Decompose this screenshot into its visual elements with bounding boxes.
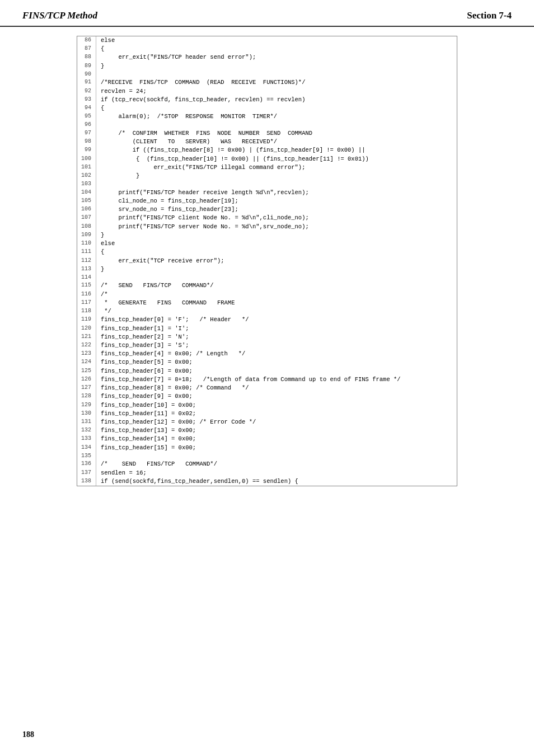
table-row: 121fins_tcp_header[2] = 'N';: [77, 333, 457, 341]
line-number: 114: [77, 274, 96, 282]
table-row: 123fins_tcp_header[4] = 0x00; /* Length …: [77, 350, 457, 358]
table-row: 90: [77, 71, 457, 79]
table-row: 87{: [77, 45, 457, 53]
line-number: 118: [77, 307, 96, 316]
line-number: 92: [77, 87, 96, 96]
table-row: 100 { (fins_tcp_header[10] != 0x00) || (…: [77, 155, 457, 163]
table-row: 98 (CLIENT TO SERVER) WAS RECEIVED*/: [77, 138, 457, 146]
line-code: /* SEND FINS/TCP COMMAND*/: [96, 281, 214, 290]
line-code: fins_tcp_header[9] = 0x00;: [96, 392, 193, 401]
table-row: 120fins_tcp_header[1] = 'I';: [77, 325, 457, 333]
table-row: 88 err_exit("FINS/TCP header send error"…: [77, 53, 457, 62]
header-section: Section 7-4: [467, 10, 512, 21]
table-row: 117 * GENERATE FINS COMMAND FRAME: [77, 299, 457, 307]
line-number: 113: [77, 265, 96, 274]
header-title: FINS/TCP Method: [22, 10, 97, 21]
line-code: }: [96, 172, 139, 180]
table-row: 93if (tcp_recv(sockfd, fins_tcp_header, …: [77, 96, 457, 104]
line-number: 91: [77, 78, 96, 87]
table-row: 102 }: [77, 172, 457, 180]
line-number: 106: [77, 205, 96, 214]
code-block: 86else87{88 err_exit("FINS/TCP header se…: [77, 36, 457, 486]
line-number: 111: [77, 248, 96, 256]
line-code: err_exit("FINS/TCP header send error");: [96, 53, 256, 62]
line-code: fins_tcp_header[13] = 0x00;: [96, 426, 196, 435]
line-number: 127: [77, 384, 96, 392]
line-number: 86: [77, 36, 96, 45]
line-code: */: [96, 307, 111, 316]
line-code: fins_tcp_header[10] = 0x00;: [96, 401, 196, 410]
table-row: 122fins_tcp_header[3] = 'S';: [77, 341, 457, 350]
table-row: 126fins_tcp_header[7] = 8+18; /*Length o…: [77, 375, 457, 384]
line-code: fins_tcp_header[0] = 'F'; /* Header */: [96, 316, 249, 324]
table-row: 127fins_tcp_header[8] = 0x00; /* Command…: [77, 384, 457, 392]
table-row: 106 srv_node_no = fins_tcp_header[23];: [77, 205, 457, 214]
line-code: {: [96, 104, 104, 112]
table-row: 95 alarm(0); /*STOP RESPONSE MONITOR TIM…: [77, 112, 457, 121]
table-row: 112 err_exit("TCP receive error");: [77, 257, 457, 265]
line-number: 132: [77, 426, 96, 435]
table-row: 109}: [77, 231, 457, 240]
line-number: 138: [77, 477, 96, 486]
line-number: 125: [77, 367, 96, 375]
line-code: cli_node_no = fins_tcp_header[19];: [96, 197, 238, 205]
line-code: fins_tcp_header[14] = 0x00;: [96, 435, 196, 443]
line-code: fins_tcp_header[2] = 'N';: [96, 333, 189, 341]
line-code: (CLIENT TO SERVER) WAS RECEIVED*/: [96, 138, 277, 146]
line-code: { (fins_tcp_header[10] != 0x00) || (fins…: [96, 155, 369, 163]
line-number: 128: [77, 392, 96, 401]
line-code: [96, 121, 101, 129]
line-code: printf("FINS/TCP server Node No. = %d\n"…: [96, 223, 309, 231]
line-number: 94: [77, 104, 96, 112]
line-number: 123: [77, 350, 96, 358]
table-row: 131fins_tcp_header[12] = 0x00; /* Error …: [77, 418, 457, 426]
line-code: recvlen = 24;: [96, 87, 147, 96]
line-number: 129: [77, 401, 96, 410]
table-row: 130fins_tcp_header[11] = 0x02;: [77, 410, 457, 418]
table-row: 107 printf("FINS/TCP client Node No. = %…: [77, 214, 457, 222]
line-code: [96, 274, 101, 282]
table-row: 124fins_tcp_header[5] = 0x00;: [77, 358, 457, 367]
line-code: fins_tcp_header[3] = 'S';: [96, 341, 189, 350]
line-number: 116: [77, 290, 96, 299]
line-number: 103: [77, 180, 96, 189]
line-code: if (send(sockfd,fins_tcp_header,sendlen,…: [96, 477, 298, 486]
table-row: 113}: [77, 265, 457, 274]
line-number: 130: [77, 410, 96, 418]
line-code: }: [96, 231, 104, 240]
table-row: 115/* SEND FINS/TCP COMMAND*/: [77, 281, 457, 290]
table-row: 111{: [77, 248, 457, 256]
line-code: if ((fins_tcp_header[8] != 0x00) | (fins…: [96, 146, 366, 154]
table-row: 89}: [77, 62, 457, 71]
table-row: 135: [77, 452, 457, 461]
line-number: 90: [77, 71, 96, 79]
page-content: 86else87{88 err_exit("FINS/TCP header se…: [0, 27, 534, 509]
line-code: [96, 180, 101, 189]
table-row: 108 printf("FINS/TCP server Node No. = %…: [77, 223, 457, 231]
line-number: 98: [77, 138, 96, 146]
line-number: 133: [77, 435, 96, 443]
line-code: fins_tcp_header[5] = 0x00;: [96, 358, 193, 367]
table-row: 105 cli_node_no = fins_tcp_header[19];: [77, 197, 457, 205]
line-code: sendlen = 16;: [96, 469, 147, 477]
table-row: 103: [77, 180, 457, 189]
line-number: 104: [77, 189, 96, 197]
line-code: alarm(0); /*STOP RESPONSE MONITOR TIMER*…: [96, 112, 277, 121]
line-number: 120: [77, 325, 96, 333]
table-row: 134fins_tcp_header[15] = 0x00;: [77, 444, 457, 452]
line-number: 124: [77, 358, 96, 367]
line-number: 102: [77, 172, 96, 180]
line-code: /*RECEIVE FINS/TCP COMMAND (READ RECEIVE…: [96, 78, 305, 87]
line-code: /*: [96, 290, 108, 299]
line-number: 119: [77, 316, 96, 324]
line-code: fins_tcp_header[15] = 0x00;: [96, 444, 196, 452]
table-row: 138if (send(sockfd,fins_tcp_header,sendl…: [77, 477, 457, 486]
table-row: 129fins_tcp_header[10] = 0x00;: [77, 401, 457, 410]
line-number: 137: [77, 469, 96, 477]
line-number: 112: [77, 257, 96, 265]
line-number: 136: [77, 460, 96, 468]
line-code: else: [96, 36, 115, 45]
table-row: 137sendlen = 16;: [77, 469, 457, 477]
table-row: 128fins_tcp_header[9] = 0x00;: [77, 392, 457, 401]
table-row: 99 if ((fins_tcp_header[8] != 0x00) | (f…: [77, 146, 457, 154]
